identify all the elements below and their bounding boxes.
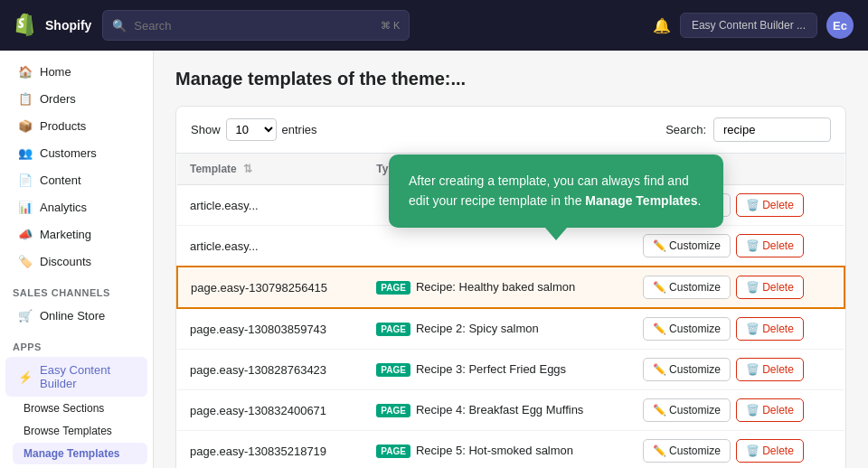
actions-cell: ✏️ Customize🗑️ Delete — [643, 439, 832, 463]
sidebar-item-analytics[interactable]: 📊 Analytics — [5, 194, 147, 220]
cell-template-id: page.easy-130828763423 — [177, 350, 363, 390]
table-row: page.easy-130803859743PAGERecipe 2: Spic… — [177, 308, 844, 350]
cell-template-id: page.easy-130798256415 — [177, 267, 363, 308]
cell-template-id: article.easy... — [177, 185, 363, 226]
main-content: Manage templates of the theme:... Show 1… — [154, 51, 868, 468]
cell-action: ✏️ Customize🗑️ Delete — [630, 267, 844, 308]
delete-btn[interactable]: 🗑️ Delete — [736, 398, 804, 422]
table-controls: Show 10 25 50 100 entries Search: — [176, 107, 845, 154]
sidebar-customers-label: Customers — [40, 146, 97, 160]
tooltip-text-after: . — [698, 193, 702, 208]
delete-btn[interactable]: 🗑️ Delete — [736, 234, 804, 257]
apps-header: Apps — [0, 334, 153, 356]
sidebar-ecb-label: Easy Content Builder — [40, 363, 135, 390]
content-icon: 📄 — [18, 173, 33, 187]
shopify-logo: Shopify — [14, 13, 91, 38]
customize-btn[interactable]: ✏️ Customize — [643, 317, 731, 341]
customize-btn[interactable]: ✏️ Customize — [643, 276, 731, 299]
sidebar-item-manage-templates[interactable]: Manage Templates — [13, 443, 147, 464]
actions-cell: ✏️ Customize🗑️ Delete — [643, 358, 832, 381]
search-input[interactable] — [134, 19, 373, 33]
avatar: Ec — [826, 12, 854, 39]
customize-btn[interactable]: ✏️ Customize — [643, 398, 731, 422]
table-row: page.easy-130798256415PAGERecipe: Health… — [177, 267, 844, 308]
cell-action: ✏️ Customize🗑️ Delete — [630, 308, 844, 350]
sidebar-analytics-label: Analytics — [40, 201, 87, 214]
manage-templates-label: Manage Templates — [24, 447, 119, 460]
cell-type: PAGERecipe 5: Hot-smoked salmon — [363, 431, 629, 469]
type-tag: PAGE — [376, 363, 410, 377]
cell-action: ✏️ Customize🗑️ Delete — [630, 431, 844, 469]
entries-select[interactable]: 10 25 50 100 — [226, 118, 277, 141]
app-icon: ⚡ — [18, 370, 33, 384]
orders-icon: 📋 — [18, 92, 33, 106]
cell-template-id: page.easy-130832400671 — [177, 390, 363, 431]
cell-type: PAGERecipe: Healthy baked salmon — [363, 267, 629, 308]
delete-btn[interactable]: 🗑️ Delete — [736, 317, 804, 341]
show-entries: Show 10 25 50 100 entries — [191, 118, 317, 141]
store-icon: 🛒 — [18, 309, 33, 323]
delete-btn[interactable]: 🗑️ Delete — [736, 193, 804, 217]
cell-action: ✏️ Customize🗑️ Delete — [630, 390, 844, 431]
customize-btn[interactable]: ✏️ Customize — [643, 234, 731, 257]
sort-template-icon: ⇅ — [243, 163, 252, 175]
sidebar-online-store-label: Online Store — [40, 309, 105, 323]
sidebar-item-orders[interactable]: 📋 Orders — [5, 86, 147, 112]
table-row: page.easy-130832400671PAGERecipe 4: Brea… — [177, 390, 844, 431]
table-search-input[interactable] — [713, 117, 831, 142]
cell-action: ✏️ Customize🗑️ Delete — [630, 226, 844, 267]
cell-type: PAGERecipe 2: Spicy salmon — [363, 308, 629, 350]
sidebar-item-browse-sections[interactable]: Browse Sections — [13, 398, 147, 419]
brand-name: Shopify — [45, 18, 91, 33]
type-tag: PAGE — [376, 404, 410, 417]
home-icon: 🏠 — [18, 65, 33, 79]
table-row: page.easy-130828763423PAGERecipe 3: Perf… — [177, 350, 844, 390]
sidebar-item-home[interactable]: 🏠 Home — [5, 59, 147, 85]
search-shortcut: ⌘ K — [381, 20, 400, 32]
sidebar-item-easy-content[interactable]: ⚡ Easy Content Builder — [5, 357, 147, 397]
analytics-icon: 📊 — [18, 201, 33, 214]
app-context-btn[interactable]: Easy Content Builder ... — [680, 13, 817, 38]
sidebar-item-customers[interactable]: 👥 Customers — [5, 140, 147, 166]
type-tag: PAGE — [376, 445, 410, 458]
delete-btn[interactable]: 🗑️ Delete — [736, 276, 804, 299]
bell-icon[interactable]: 🔔 — [653, 17, 671, 34]
search-bar[interactable]: 🔍 ⌘ K — [102, 10, 410, 41]
sidebar-products-label: Products — [40, 119, 86, 133]
tooltip-highlight: Manage Templates — [585, 193, 697, 208]
col-template[interactable]: Template ⇅ — [177, 154, 363, 185]
tooltip-arrow — [545, 228, 567, 240]
discounts-icon: 🏷️ — [18, 255, 33, 268]
type-tag: PAGE — [376, 281, 410, 295]
cell-type: PAGERecipe 4: Breakfast Egg Muffins — [363, 390, 629, 431]
search-section: Search: — [665, 117, 831, 142]
sidebar-orders-label: Orders — [40, 92, 76, 106]
sidebar-item-products[interactable]: 📦 Products — [5, 113, 147, 139]
layout: 🏠 Home 📋 Orders 📦 Products 👥 Customers 📄… — [0, 51, 868, 468]
sidebar-discounts-label: Discounts — [40, 255, 91, 268]
page-title: Manage templates of the theme:... — [175, 69, 846, 89]
customize-btn[interactable]: ✏️ Customize — [643, 358, 731, 381]
sidebar-item-online-store[interactable]: 🛒 Online Store — [5, 303, 147, 329]
cell-template-id: page.easy-130835218719 — [177, 431, 363, 469]
cell-template-id: page.easy-130803859743 — [177, 308, 363, 350]
delete-btn[interactable]: 🗑️ Delete — [736, 358, 804, 381]
table-row: page.easy-130835218719PAGERecipe 5: Hot-… — [177, 431, 844, 469]
actions-cell: ✏️ Customize🗑️ Delete — [643, 398, 832, 422]
sidebar-item-browse-templates[interactable]: Browse Templates — [13, 420, 147, 442]
sidebar-item-content[interactable]: 📄 Content — [5, 167, 147, 193]
sidebar-item-discounts[interactable]: 🏷️ Discounts — [5, 248, 147, 275]
sidebar-home-label: Home — [40, 65, 71, 79]
sidebar: 🏠 Home 📋 Orders 📦 Products 👥 Customers 📄… — [0, 51, 154, 468]
sidebar-item-marketing[interactable]: 📣 Marketing — [5, 221, 147, 248]
topbar: Shopify 🔍 ⌘ K 🔔 Easy Content Builder ...… — [0, 0, 868, 51]
sales-channels-header: Sales channels — [0, 280, 153, 302]
cell-type: PAGERecipe 3: Perfect Fried Eggs — [363, 350, 629, 390]
customers-icon: 👥 — [18, 146, 33, 160]
delete-btn[interactable]: 🗑️ Delete — [736, 439, 804, 463]
browse-sections-label: Browse Sections — [24, 402, 104, 415]
customize-btn[interactable]: ✏️ Customize — [643, 439, 731, 463]
cell-template-id: article.easy... — [177, 226, 363, 267]
type-tag: PAGE — [376, 323, 410, 336]
search-label: Search: — [665, 123, 706, 136]
